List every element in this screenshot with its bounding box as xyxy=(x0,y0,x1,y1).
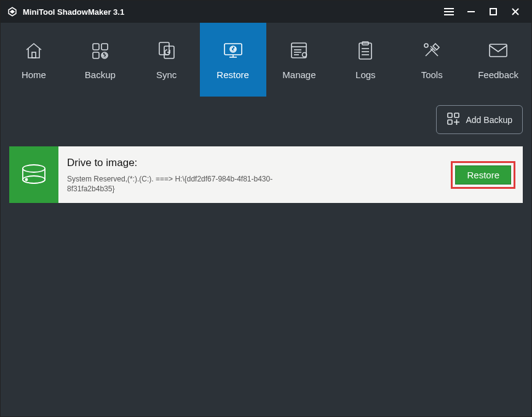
nav-label: Home xyxy=(22,70,46,80)
svg-rect-9 xyxy=(101,44,108,50)
nav-label: Feedback xyxy=(478,70,518,80)
svg-rect-7 xyxy=(32,52,36,58)
close-button[interactable] xyxy=(504,1,526,23)
nav-label: Manage xyxy=(282,70,316,80)
app-logo-icon xyxy=(7,6,18,17)
svg-point-38 xyxy=(26,179,28,181)
add-backup-label: Add Backup xyxy=(466,115,513,125)
nav-item-backup[interactable]: Backup xyxy=(67,23,133,97)
tools-icon xyxy=(422,40,442,61)
window-controls xyxy=(438,1,526,23)
restore-button-highlight: Restore xyxy=(451,161,515,189)
toolbar: Add Backup xyxy=(9,105,523,134)
menu-button[interactable] xyxy=(438,1,460,23)
entry-title: Drive to image: xyxy=(67,157,435,169)
maximize-button[interactable] xyxy=(482,1,504,23)
add-backup-grid-icon xyxy=(447,112,460,127)
logs-icon xyxy=(357,40,374,61)
nav-item-manage[interactable]: Manage xyxy=(266,23,333,97)
backup-entry: Drive to image: System Reserved,(*:).(C:… xyxy=(9,146,523,203)
svg-rect-24 xyxy=(359,43,371,59)
entry-action: Restore xyxy=(443,146,523,203)
svg-rect-8 xyxy=(93,44,99,50)
drive-icon xyxy=(9,146,58,203)
nav-item-restore[interactable]: Restore xyxy=(200,23,266,97)
svg-rect-4 xyxy=(490,9,496,15)
svg-rect-30 xyxy=(490,44,507,57)
nav-item-tools[interactable]: Tools xyxy=(399,23,465,97)
svg-point-29 xyxy=(424,44,428,47)
backup-icon xyxy=(90,40,110,61)
titlebar: MiniTool ShadowMaker 3.1 xyxy=(1,1,531,23)
manage-icon xyxy=(289,40,309,61)
nav-label: Backup xyxy=(85,70,116,80)
entry-detail: System Reserved,(*:).(C:). ===> H:\{ddf2… xyxy=(67,174,276,194)
svg-rect-10 xyxy=(93,52,99,58)
main-nav: Home Backup Sync xyxy=(1,23,531,97)
svg-rect-18 xyxy=(292,43,306,58)
svg-point-36 xyxy=(23,165,45,172)
add-backup-button[interactable]: Add Backup xyxy=(436,105,523,134)
nav-item-logs[interactable]: Logs xyxy=(332,23,399,97)
nav-item-home[interactable]: Home xyxy=(1,23,67,97)
app-window: MiniTool ShadowMaker 3.1 Home xyxy=(0,0,532,417)
minimize-button[interactable] xyxy=(460,1,482,23)
restore-icon xyxy=(222,40,244,61)
content-area: Add Backup Drive to image: System Reserv… xyxy=(1,97,531,416)
feedback-icon xyxy=(488,40,509,61)
restore-button[interactable]: Restore xyxy=(455,165,511,185)
home-icon xyxy=(24,40,44,61)
svg-rect-32 xyxy=(455,113,459,117)
nav-item-sync[interactable]: Sync xyxy=(133,23,200,97)
nav-item-feedback[interactable]: Feedback xyxy=(465,23,531,97)
nav-label: Restore xyxy=(216,70,249,80)
entry-body: Drive to image: System Reserved,(*:).(C:… xyxy=(58,146,443,203)
svg-rect-33 xyxy=(448,120,452,124)
nav-label: Tools xyxy=(421,70,443,80)
svg-rect-31 xyxy=(448,113,452,117)
nav-label: Logs xyxy=(355,70,376,80)
nav-label: Sync xyxy=(156,70,177,80)
sync-icon xyxy=(157,40,176,61)
app-title: MiniTool ShadowMaker 3.1 xyxy=(23,7,438,17)
